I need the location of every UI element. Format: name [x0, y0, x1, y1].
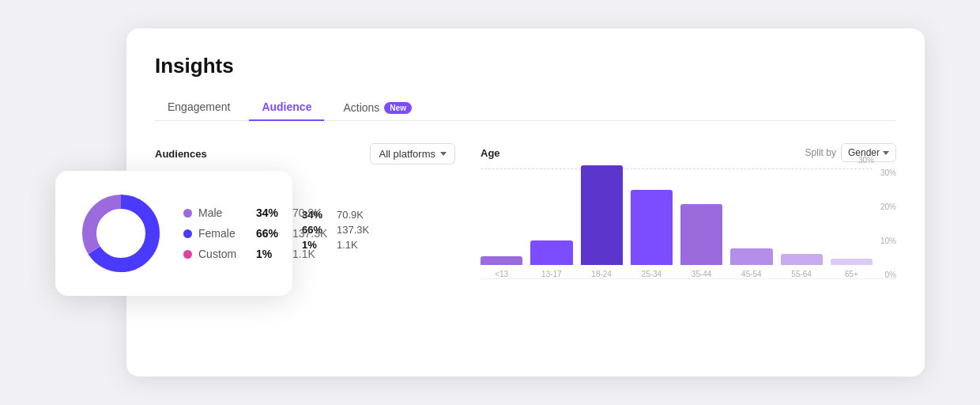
y-label-top: 30% [858, 156, 874, 165]
bar-25-34 [631, 190, 673, 265]
floating-card: Male 34% 70.9K Female 66% 137.3K Custom … [55, 171, 292, 296]
bar-label-18-24: 18-24 [591, 270, 612, 278]
audiences-label: Audiences [155, 148, 207, 160]
bar-65 [831, 259, 873, 265]
scene: Insights Engagement Audience Actions New… [55, 21, 925, 384]
bar-label-45-54: 45-54 [741, 270, 762, 278]
age-section: Age Split by Gender 30% [481, 143, 896, 295]
age-label: Age [481, 147, 500, 159]
bar-55-64 [781, 254, 823, 265]
bar-18-24 [581, 165, 623, 265]
fl-male-dot [183, 209, 192, 218]
donut-chart-large [77, 190, 164, 277]
floating-legend: Male 34% 70.9K Female 66% 137.3K Custom … [183, 206, 327, 260]
y-axis-labels: 30% 20% 10% 0% [880, 168, 896, 279]
tab-audience[interactable]: Audience [249, 94, 324, 121]
bar-chart: 30% <1313-1718-2425-3435-4445-5455-6465+… [481, 168, 896, 295]
split-by-area: Split by Gender [805, 143, 896, 162]
fl-male: Male 34% 70.9K [183, 206, 327, 219]
page-title: Insights [155, 54, 896, 78]
age-header: Age Split by Gender [481, 143, 896, 162]
bar-group-13-17: 13-17 [530, 240, 572, 278]
fl-male-label: Male [198, 206, 250, 219]
y-label-20: 20% [880, 202, 896, 211]
bar-13-17 [530, 240, 572, 265]
bar-label-13: <13 [495, 270, 508, 278]
y-label-10: 10% [880, 237, 896, 245]
audiences-header: Audiences All platforms [155, 143, 455, 165]
tabs-bar: Engagement Audience Actions New [155, 94, 896, 121]
bar-label-25-34: 25-34 [642, 270, 662, 278]
fl-male-value: 70.9K [292, 206, 322, 219]
fl-female-pct: 66% [256, 227, 286, 240]
bar-13 [481, 256, 522, 265]
bar-group-35-44: 35-44 [680, 204, 722, 278]
fl-custom-label: Custom [198, 248, 250, 260]
female-value: 137.3K [337, 224, 369, 236]
fl-custom-value: 1.1K [292, 248, 315, 260]
bar-45-54 [730, 248, 772, 265]
male-value: 70.9K [337, 209, 364, 221]
bar-group-13: <13 [481, 256, 522, 278]
fl-custom-dot [183, 250, 192, 259]
fl-female-label: Female [198, 227, 250, 240]
y-label-0: 0% [885, 271, 896, 279]
bar-group-55-64: 55-64 [781, 254, 823, 278]
y-label-30: 30% [880, 168, 896, 177]
new-badge: New [384, 102, 412, 114]
bar-label-55-64: 55-64 [791, 270, 812, 278]
bar-group-18-24: 18-24 [581, 165, 623, 278]
bar-label-35-44: 35-44 [692, 270, 712, 278]
bar-label-13-17: 13-17 [541, 270, 562, 278]
fl-female: Female 66% 137.3K [183, 227, 327, 240]
fl-custom-pct: 1% [256, 248, 286, 260]
bars-area: <1313-1718-2425-3435-4445-5455-6465+ [481, 168, 896, 279]
custom-value: 1.1K [337, 239, 358, 251]
bar-group-45-54: 45-54 [730, 248, 772, 278]
dropdown-arrow-icon [440, 152, 447, 156]
fl-custom: Custom 1% 1.1K [183, 248, 327, 260]
bar-label-65: 65+ [845, 270, 858, 278]
tab-engagement[interactable]: Engagement [155, 94, 243, 121]
fl-female-value: 137.3K [292, 227, 327, 240]
platforms-dropdown[interactable]: All platforms [370, 143, 455, 165]
bar-group-25-34: 25-34 [631, 190, 673, 278]
split-dropdown-arrow-icon [883, 151, 889, 155]
bar-group-65: 65+ [831, 259, 873, 278]
tab-actions[interactable]: Actions New [330, 95, 424, 120]
fl-female-dot [183, 229, 192, 238]
fl-male-pct: 34% [256, 206, 286, 219]
bar-35-44 [680, 204, 722, 265]
